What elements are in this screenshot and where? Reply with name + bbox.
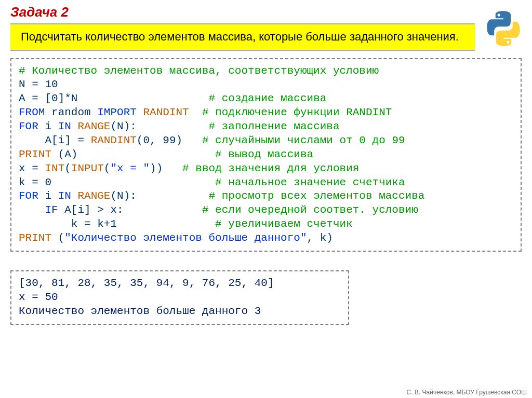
- code: A[i] =: [19, 134, 91, 146]
- comment: # если очередной соответ. условию: [202, 204, 418, 216]
- task-description: Подсчитать количество элементов массива,…: [10, 23, 475, 51]
- comment: # увеличиваем счетчик: [215, 218, 353, 230]
- comment: # заполнение массива: [209, 120, 340, 132]
- kw-in: IN: [58, 120, 71, 132]
- output-array: [30, 81, 28, 35, 35, 94, 9, 76, 25, 40]: [19, 277, 274, 289]
- python-logo-icon: [485, 10, 522, 47]
- comment: # случайными числами от 0 до 99: [182, 134, 405, 146]
- kw-for: FOR: [19, 190, 38, 202]
- kw-import: IMPORT: [97, 106, 137, 118]
- code: k =: [19, 176, 45, 188]
- kw-print: PRINT: [19, 148, 51, 160]
- footer-attribution: С. В. Чайченков, МБОУ Грушевская СОШ: [407, 389, 527, 396]
- comment: # ввод значения для условия: [163, 162, 359, 174]
- output-prompt: x = 50: [19, 291, 58, 303]
- output-listing: [30, 81, 28, 35, 35, 94, 9, 76, 25, 40] …: [10, 270, 349, 325]
- code: N = 10: [19, 78, 58, 90]
- code: k = k+: [19, 218, 110, 230]
- output-result: Количество элементов больше данного 3: [19, 305, 261, 317]
- kw-from: FROM: [19, 106, 45, 118]
- comment: # создание массива: [209, 92, 327, 104]
- kw-print: PRINT: [19, 232, 51, 244]
- kw-in: IN: [58, 190, 71, 202]
- kw-if: IF: [45, 204, 58, 216]
- code: x =: [19, 162, 45, 174]
- comment: # начальное значение счетчика: [215, 176, 405, 188]
- comment: # вывод массива: [215, 148, 313, 160]
- code-listing: # Количество элементов массива, соответс…: [10, 58, 522, 252]
- task-title: Задача 2: [0, 0, 532, 23]
- code: A = [0]*N: [19, 92, 77, 104]
- kw-for: FOR: [19, 120, 38, 132]
- comment: # Количество элементов массива, соответс…: [19, 65, 379, 77]
- comment: # просмотр всех элементов массива: [209, 190, 425, 202]
- comment: # подключение функции RANDINT: [189, 106, 392, 118]
